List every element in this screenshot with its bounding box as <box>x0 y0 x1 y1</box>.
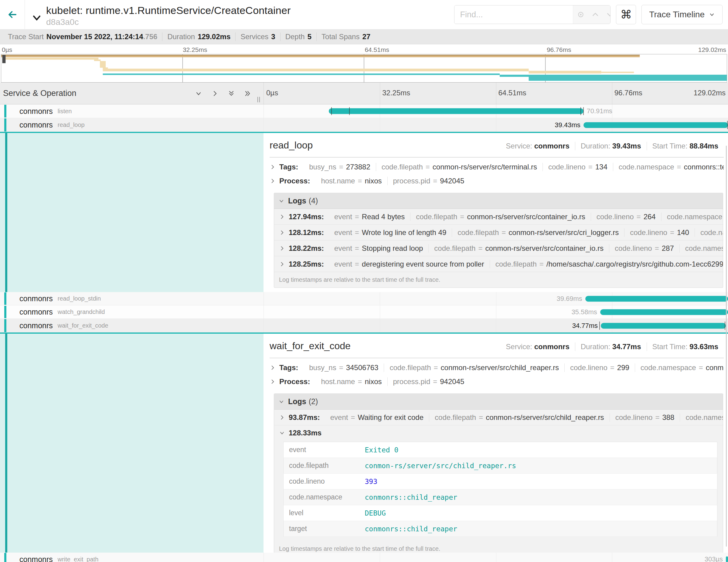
expand-one-icon[interactable] <box>195 90 202 97</box>
timeline-tick: 64.51ms <box>498 89 526 97</box>
span-duration-label: 34.77ms <box>572 322 598 330</box>
total-spans-label: Total Spans <box>321 32 359 41</box>
span-detail-read-loop: read_loop Service: conmonrs Duration: 39… <box>0 132 728 292</box>
viewport-handle[interactable] <box>2 55 6 63</box>
depth-value: 5 <box>308 32 311 41</box>
log-entry[interactable]: 128.22ms: event=Stopping read loopcode.f… <box>274 240 723 256</box>
keyboard-shortcuts-button[interactable]: ⌘ <box>616 5 636 24</box>
timeline-tick: 0µs <box>266 89 278 97</box>
kv-pair: code.lineno=299 <box>564 363 635 372</box>
span-detail-content: wait_for_exit_code Service: conmonrs Dur… <box>264 334 728 553</box>
detail-scrollbar[interactable] <box>726 146 727 547</box>
span-service: conmonrs <box>19 107 53 116</box>
span-row-write-exit-path[interactable]: conmonrs write_exit_path 303µs <box>0 553 728 562</box>
span-bar[interactable] <box>329 108 583 114</box>
tags-toggle-row[interactable]: Tags: busy_ns=273882code.filepath=conmon… <box>270 160 724 174</box>
services-value: 3 <box>271 32 275 41</box>
span-row-watch-grandchild[interactable]: conmonrs watch_grandchild 35.58ms <box>0 305 728 319</box>
span-self-time-tick <box>599 322 600 330</box>
span-operation: watch_grandchild <box>58 308 105 315</box>
process-list: host.name=nixosprocess.pid=942045 <box>315 377 470 386</box>
span-row-listen[interactable]: conmonrs listen 70.91ms <box>0 104 728 118</box>
span-bar[interactable] <box>726 557 728 562</box>
find-input[interactable] <box>454 5 573 24</box>
service-color-strip <box>4 306 6 318</box>
back-button[interactable] <box>0 0 25 29</box>
next-match-icon[interactable] <box>606 11 611 19</box>
trace-summary-bar: Trace Start November 15 2022, 11:24:14.7… <box>0 29 728 44</box>
trace-view-selector-button[interactable]: Trace Timeline <box>641 5 723 24</box>
chevron-right-icon <box>279 261 285 267</box>
header-controls: ⌘ Trace Timeline <box>454 5 728 24</box>
trace-id: d8a3a0c <box>46 17 291 27</box>
kv-pair: host.name=nixos <box>315 377 387 386</box>
span-row-read-loop[interactable]: conmonrs read_loop 39.43ms <box>0 118 728 132</box>
span-bar[interactable] <box>583 122 728 128</box>
kv-pair: code.filepath=conmon-rs/server/src/cri_l… <box>452 228 624 237</box>
kv-pair: code.filepath=conmon-rs/server/src/child… <box>384 363 564 372</box>
column-resizer[interactable] <box>257 97 262 102</box>
span-self-time-tick <box>331 107 332 115</box>
timeline-ruler: 0µs 32.25ms 64.51ms 96.76ms 129.02ms <box>0 44 728 54</box>
arrow-left-icon <box>7 9 18 20</box>
logs-toggle[interactable]: Logs (2) <box>274 394 723 410</box>
services-label: Services <box>240 32 268 41</box>
collapse-one-icon[interactable] <box>211 90 219 97</box>
kv-pair: code.namespace=co… <box>695 228 723 237</box>
logs-count: (4) <box>309 196 318 205</box>
collapse-trace-header-icon[interactable] <box>32 13 42 24</box>
span-bar[interactable] <box>600 309 728 315</box>
kv-pair: busy_ns=273882 <box>304 163 376 171</box>
chevron-down-icon <box>278 198 284 204</box>
chevron-right-icon <box>270 178 276 184</box>
kv-pair: code.lineno=388 <box>610 413 680 422</box>
chevron-right-icon <box>279 414 285 421</box>
span-operation: wait_for_exit_code <box>58 322 108 329</box>
service-color-strip <box>5 334 7 553</box>
table-row: code.lineno393 <box>284 474 717 489</box>
chevron-down-icon <box>32 13 42 23</box>
table-row: targetconmonrs::child_reaper <box>284 521 717 537</box>
chevron-right-icon <box>279 245 285 251</box>
focus-match-icon[interactable] <box>577 11 585 19</box>
log-entry[interactable]: 93.87ms: event=Waiting for exit codecode… <box>274 410 723 425</box>
logs-toggle[interactable]: Logs (4) <box>274 193 723 209</box>
prev-match-icon[interactable] <box>591 11 599 19</box>
span-bar[interactable] <box>585 296 728 301</box>
span-bar[interactable] <box>601 323 726 329</box>
collapse-all-icon[interactable] <box>244 90 251 97</box>
process-toggle-row[interactable]: Process: host.name=nixosprocess.pid=9420… <box>270 375 724 389</box>
log-footnote: Log timestamps are relative to the start… <box>274 272 723 288</box>
expand-all-icon[interactable] <box>228 90 235 97</box>
span-row-wait-for-exit-code[interactable]: conmonrs wait_for_exit_code 34.77ms <box>0 319 728 332</box>
span-service: conmonrs <box>19 121 53 129</box>
log-entry[interactable]: 127.94ms: event=Read 4 bytescode.filepat… <box>274 209 723 225</box>
logs-label: Logs <box>288 196 306 205</box>
log-fields: event=Waiting for exit codecode.filepath… <box>325 413 723 422</box>
expanded-log-toggle[interactable]: 128.33ms <box>274 425 723 441</box>
chevron-down-icon <box>279 430 285 436</box>
trace-minimap[interactable] <box>1 54 727 83</box>
process-toggle-row[interactable]: Process: host.name=nixosprocess.pid=9420… <box>270 174 724 188</box>
log-entry[interactable]: 128.12ms: event=Wrote log line of length… <box>274 225 723 240</box>
kv-pair: code.namespace=conmon… <box>679 244 723 253</box>
tags-label: Tags: <box>279 163 298 171</box>
tags-label: Tags: <box>279 363 298 372</box>
log-entry[interactable]: 128.25ms: event=deregistering event sour… <box>274 256 723 272</box>
trace-timeline-page: kubelet: runtime.v1.RuntimeService/Creat… <box>0 0 728 562</box>
span-detail-stats: Service: conmonrs Duration: 34.77ms Star… <box>500 342 724 351</box>
span-row-read-loop-stdin[interactable]: conmonrs read_loop_stdin 39.69ms <box>0 292 728 305</box>
process-list: host.name=nixosprocess.pid=942045 <box>315 177 470 185</box>
log-fields: event=Wrote log line of length 49code.fi… <box>329 228 723 237</box>
tags-toggle-row[interactable]: Tags: busy_ns=34506763code.filepath=conm… <box>270 361 724 375</box>
kv-pair: code.namespace=conmonrs::terminal <box>613 163 724 171</box>
span-detail-wait-for-exit-code: wait_for_exit_code Service: conmonrs Dur… <box>0 332 728 553</box>
span-operation: read_loop_stdin <box>58 295 101 302</box>
log-fields: event=Stopping read loopcode.filepath=co… <box>329 244 723 253</box>
detail-left-gutter <box>0 133 264 292</box>
span-service: conmonrs <box>19 321 53 330</box>
span-operation: write_exit_path <box>58 556 99 562</box>
kv-pair: busy_ns=34506763 <box>304 363 384 372</box>
timeline-tick: 96.76ms <box>614 89 642 97</box>
service-color-strip <box>5 133 7 292</box>
